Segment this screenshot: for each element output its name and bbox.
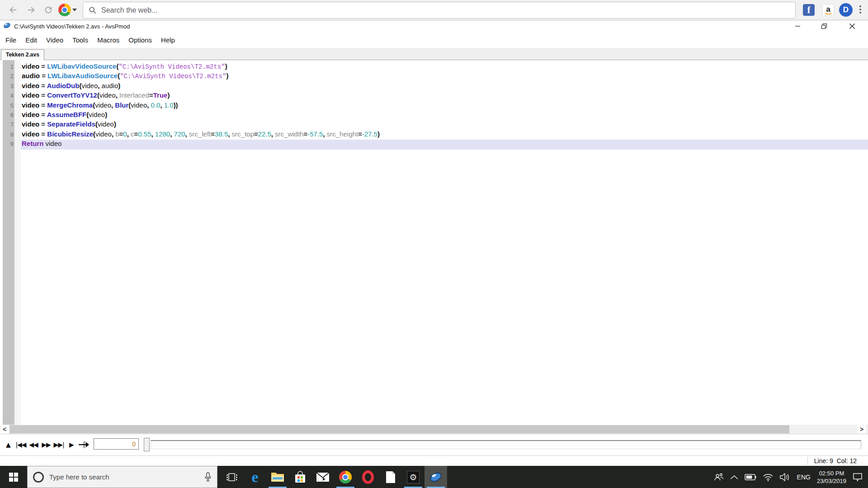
play-to-end-button[interactable]: [78, 439, 90, 450]
action-center-icon[interactable]: [853, 473, 863, 482]
line-col-indicator: Line: 9 Col: 12: [814, 457, 857, 465]
code-line-7[interactable]: 7video = SeparateFields(video): [0, 120, 868, 130]
window-title: C:\AviSynth Videos\Tekken 2.avs - AvsPmo…: [14, 23, 130, 30]
code-text: video = BicubicResize(video, b=0, c=0.55…: [22, 130, 380, 138]
taskbar-search-input[interactable]: [49, 473, 204, 481]
document-app-icon: [385, 471, 396, 483]
goto-script-button[interactable]: ▲: [2, 439, 14, 450]
volume-icon[interactable]: [780, 473, 791, 481]
code-text: video = ConvertToYV12(video, Interlaced=…: [22, 91, 170, 99]
restore-button[interactable]: [814, 21, 835, 32]
menu-macros[interactable]: Macros: [93, 34, 124, 46]
windows-logo-icon: [9, 473, 18, 482]
language-indicator[interactable]: ENG: [797, 474, 811, 481]
menu-file[interactable]: File: [1, 34, 21, 46]
start-button[interactable]: [0, 466, 27, 488]
close-button[interactable]: [842, 21, 863, 32]
menu-tools[interactable]: Tools: [68, 34, 93, 46]
chrome-dropdown-icon[interactable]: [71, 3, 78, 17]
browser-search-input[interactable]: [101, 6, 790, 14]
frame-slider[interactable]: [142, 436, 861, 454]
browser-toolbar: f a D: [0, 0, 868, 20]
chevron-up-icon[interactable]: [730, 475, 738, 479]
facebook-extension-icon[interactable]: f: [803, 4, 815, 16]
code-area: 1video = LWLibavVideoSource("C:\AviSynth…: [0, 62, 868, 150]
code-line-9[interactable]: 9Return video: [0, 140, 868, 149]
scroll-left-icon[interactable]: <: [0, 425, 9, 434]
taskbar-app-settings-gears-app[interactable]: ⚙: [402, 466, 425, 488]
people-icon[interactable]: [714, 473, 724, 482]
line-number: 7: [3, 121, 14, 128]
line-number: 2: [3, 73, 14, 80]
browser-menu-icon[interactable]: [857, 5, 863, 14]
taskbar-app-microsoft-store[interactable]: [289, 466, 311, 488]
horizontal-scrollbar[interactable]: < >: [0, 425, 868, 434]
scrollbar-thumb[interactable]: [9, 425, 789, 433]
line-number: 5: [3, 102, 14, 109]
menu-video[interactable]: Video: [42, 34, 68, 46]
taskbar-app-file-explorer[interactable]: [266, 466, 289, 488]
line-number: 9: [3, 141, 14, 147]
facebook-letter: f: [807, 5, 811, 15]
avspmod-icon: [429, 471, 443, 483]
code-text: video = MergeChroma(video, Blur(video, 0…: [22, 101, 178, 109]
microsoft-store-icon: [294, 471, 306, 483]
back-icon[interactable]: [6, 3, 20, 17]
taskbar-clock[interactable]: 02:50 PM 23/03/2019: [817, 469, 846, 485]
tab-label: Tekken 2.avs: [6, 52, 39, 58]
taskbar-apps: e⚙: [221, 466, 447, 488]
microphone-icon[interactable]: [204, 472, 212, 482]
amazon-extension-icon[interactable]: a: [822, 4, 834, 16]
menu-edit[interactable]: Edit: [21, 34, 42, 46]
transport-buttons: ▲|◀◀◀◀▶▶▶▶|▶: [2, 439, 90, 450]
chrome-logo-icon[interactable]: [57, 3, 72, 17]
wifi-icon[interactable]: [763, 473, 774, 481]
taskbar-app-chrome[interactable]: [334, 466, 357, 488]
next-frame-button[interactable]: ▶▶: [40, 439, 52, 450]
cortana-icon: [33, 472, 44, 483]
code-line-3[interactable]: 3video = AudioDub(video, audio): [0, 82, 868, 91]
system-tray: ENG 02:50 PM 23/03/2019: [714, 466, 868, 488]
browser-search-box[interactable]: [83, 2, 796, 19]
prev-frame-button[interactable]: ◀◀: [27, 439, 40, 450]
tab-strip: Tekken 2.avs: [0, 48, 868, 60]
code-line-5[interactable]: 5video = MergeChroma(video, Blur(video, …: [0, 101, 868, 111]
chrome-icon: [339, 471, 352, 483]
line-number: 3: [3, 83, 14, 89]
play-button[interactable]: ▶: [65, 439, 78, 450]
code-line-6[interactable]: 6video = AssumeBFF(video): [0, 111, 868, 120]
slider-track[interactable]: [151, 440, 861, 449]
goto-first-frame-button[interactable]: |◀◀: [14, 439, 27, 450]
code-line-8[interactable]: 8video = BicubicResize(video, b=0, c=0.5…: [0, 130, 868, 140]
mail-icon: [316, 472, 330, 482]
taskbar-app-avspmod[interactable]: [425, 466, 447, 488]
goto-last-frame-button[interactable]: ▶▶|: [52, 439, 65, 450]
taskbar-app-mail[interactable]: [311, 466, 334, 488]
taskbar-app-task-view[interactable]: [221, 466, 244, 488]
status-separator: [807, 457, 808, 465]
script-editor[interactable]: 1video = LWLibavVideoSource("C:\AviSynth…: [0, 60, 868, 425]
taskbar-app-edge[interactable]: e: [244, 466, 266, 488]
frame-number-input[interactable]: [94, 439, 138, 449]
d-letter: D: [843, 5, 849, 14]
refresh-icon[interactable]: [42, 3, 55, 17]
code-text: video = LWLibavVideoSource("C:\AviSynth …: [22, 62, 227, 70]
slider-thumb[interactable]: [144, 438, 150, 451]
battery-icon[interactable]: [745, 474, 756, 480]
taskbar-app-document-app[interactable]: [379, 466, 402, 488]
code-text: audio = LWLibavAudioSource("C:\AviSynth …: [22, 72, 228, 80]
tab-tekken2avs[interactable]: Tekken 2.avs: [1, 49, 44, 60]
d-badge-extension-icon[interactable]: D: [839, 3, 853, 17]
code-line-4[interactable]: 4video = ConvertToYV12(video, Interlaced…: [0, 91, 868, 101]
code-text: video = AssumeBFF(video): [22, 111, 107, 118]
scroll-right-icon[interactable]: >: [857, 425, 866, 434]
menu-options[interactable]: Options: [124, 34, 156, 46]
menu-help[interactable]: Help: [156, 34, 179, 46]
minimize-button[interactable]: [788, 21, 808, 32]
forward-icon[interactable]: [24, 3, 38, 17]
code-line-1[interactable]: 1video = LWLibavVideoSource("C:\AviSynth…: [0, 62, 868, 72]
taskbar-app-opera[interactable]: [357, 466, 379, 488]
code-line-2[interactable]: 2audio = LWLibavAudioSource("C:\AviSynth…: [0, 72, 868, 81]
line-number: 8: [3, 131, 14, 138]
taskbar-search-box[interactable]: [27, 466, 217, 488]
